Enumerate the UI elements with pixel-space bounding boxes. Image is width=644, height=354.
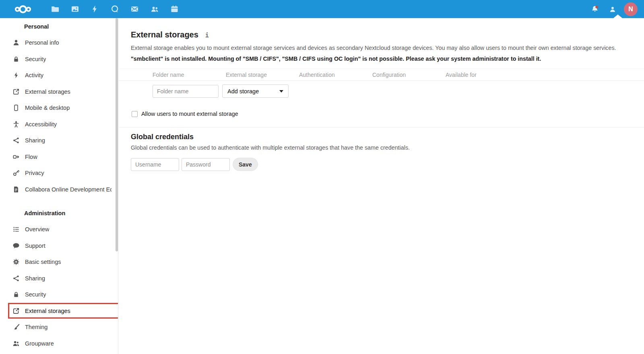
mail-icon [130,5,139,13]
calendar-app-button[interactable] [165,0,185,18]
top-header: N [0,0,644,18]
settings-menu-caret [613,14,622,18]
group-icon [12,340,20,347]
sidebar-item-label: Groupware [25,340,54,347]
app-menu [45,0,185,18]
global-credentials-description: Global credentials can be used to authen… [131,144,634,151]
share-icon [12,137,20,144]
sidebar-item-label: Accessibility [25,121,57,128]
key-icon [12,169,20,177]
flow-icon [12,153,20,161]
notifications-button[interactable] [586,0,604,18]
sidebar-item-theming[interactable]: Theming [0,319,118,335]
talk-app-button[interactable] [105,0,125,18]
sidebar-item-security-admin[interactable]: Security [0,286,118,303]
table-header-row: Folder name External storage Authenticat… [119,68,644,81]
gear-icon [12,258,20,266]
sidebar-item-label: Mobile & desktop [25,105,70,111]
global-credentials-title: Global credentials [131,133,634,141]
main-content: External storages i External storage ena… [119,18,644,354]
sidebar-item-label: Overview [25,226,49,233]
external-storages-table: Folder name External storage Authenticat… [119,68,644,102]
sidebar-item-accessibility[interactable]: Accessibility [0,116,118,133]
user-icon [12,39,20,46]
notification-dot [595,6,598,8]
photos-icon [71,5,79,13]
sidebar-item-activity[interactable]: Activity [0,67,118,84]
sidebar-item-label: Support [25,243,45,249]
column-header-configuration: Configuration [372,72,446,78]
column-header-available-for: Available for [446,72,644,78]
sidebar-item-privacy[interactable]: Privacy [0,165,118,181]
external-storage-description: External storage enables you to mount ex… [131,45,634,51]
sidebar-item-overview[interactable]: Overview [0,221,118,238]
global-credentials-form: Save [131,158,634,171]
lock-icon [12,56,20,63]
sidebar-item-personal-info[interactable]: Personal info [0,35,118,51]
files-app-button[interactable] [45,0,65,18]
column-header-external-storage: External storage [226,72,299,78]
info-icon[interactable]: i [205,32,209,39]
accessibility-icon [12,121,20,128]
activity-app-button[interactable] [85,0,105,18]
avatar[interactable]: N [624,2,638,16]
page-title: External storages [131,30,198,39]
save-button[interactable]: Save [233,158,258,171]
photos-app-button[interactable] [65,0,85,18]
sidebar-item-support[interactable]: Support [0,238,118,254]
calendar-icon [170,5,179,13]
page-title-row: External storages i [131,30,634,39]
sidebar-scrollbar-thumb[interactable] [116,18,118,251]
sidebar-item-label: Personal info [25,39,59,46]
contacts-app-button[interactable] [145,0,165,18]
files-folder-icon [51,5,59,13]
external-link-icon [12,307,20,315]
sidebar-item-groupware[interactable]: Groupware [0,335,118,352]
external-link-icon [12,88,20,95]
sidebar-item-collabora[interactable]: Collabora Online Development Edit... [0,181,118,198]
username-field[interactable] [131,158,179,171]
person-icon [609,5,617,13]
sidebar-item-security-personal[interactable]: Security [0,51,118,68]
sidebar-item-sharing-admin[interactable]: Sharing [0,270,118,287]
comment-icon [12,242,20,249]
lock-icon [12,291,20,298]
smbclient-warning: "smbclient" is not installed. Mounting o… [131,56,634,62]
folder-name-input[interactable] [153,85,219,98]
sidebar-item-label: External storages [25,308,70,314]
sidebar-item-flow[interactable]: Flow [0,149,118,165]
chevron-down-icon [279,90,283,93]
sidebar-item-label: Activity [25,72,43,78]
phone-icon [12,104,20,111]
sidebar-item-sharing-personal[interactable]: Sharing [0,132,118,149]
list-icon [12,226,20,233]
sidebar-item-external-storages-personal[interactable]: External storages [0,84,118,100]
allow-users-row: Allow users to mount external storage [131,111,634,117]
sidebar-section-personal-title: Personal [0,18,118,35]
sidebar-item-external-storages-admin[interactable]: External storages [0,303,118,319]
sidebar-item-label: Theming [25,324,47,330]
nextcloud-logo[interactable] [13,3,33,16]
bolt-icon [12,72,20,79]
allow-users-checkbox[interactable] [132,111,138,117]
sidebar-item-basic-settings[interactable]: Basic settings [0,254,118,270]
brush-icon [12,323,20,331]
sidebar-item-label: Privacy [25,170,44,176]
activity-icon [91,5,99,13]
document-icon [12,186,20,193]
sidebar-item-label: Sharing [25,275,45,282]
sidebar-item-label: Security [25,56,46,62]
allow-users-label: Allow users to mount external storage [141,111,238,117]
settings-sidebar: Personal Personal info Security Activity… [0,18,118,354]
password-field[interactable] [182,158,230,171]
add-storage-select[interactable]: Add storage [222,84,289,98]
sidebar-section-administration-title: Administration [0,205,118,221]
mail-app-button[interactable] [125,0,145,18]
sidebar-item-label: Basic settings [25,259,61,265]
section-divider [119,127,644,128]
share-icon [12,275,20,282]
sidebar-item-mobile-desktop[interactable]: Mobile & desktop [0,100,118,116]
sidebar-item-label: Security [25,291,46,298]
new-storage-row: Add storage [119,81,644,102]
sidebar-item-label: Collabora Online Development Edit... [25,186,111,193]
